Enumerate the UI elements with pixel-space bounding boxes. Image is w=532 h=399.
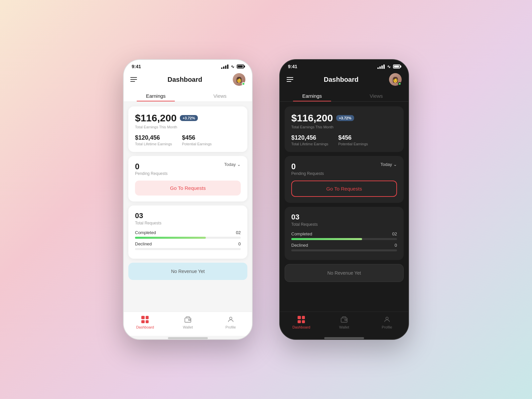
lifetime-earnings: $120,456 Total Lifetime Earnings (135, 134, 172, 146)
tab-earnings-light[interactable]: Earnings (124, 90, 188, 101)
time-light: 9:41 (132, 64, 141, 69)
tabs-dark: Earnings Views (280, 90, 408, 102)
earnings-details-light: $120,456 Total Lifetime Earnings $456 Po… (135, 134, 241, 146)
online-dot-dark (398, 82, 401, 85)
completed-row-light: Completed 02 (135, 230, 241, 239)
pending-card-dark: 0 Pending Requests Today ⌄ Go To Request… (285, 156, 404, 203)
potential-earnings: $456 Potential Earnings (182, 134, 211, 146)
status-bar-light: 9:41 ∿ (124, 60, 252, 70)
content-light: $116,200 +3.72% Total Earnings This Mont… (124, 102, 252, 312)
tabs-light: Earnings Views (124, 90, 252, 102)
light-phone: 9:41 ∿ Dashboard 👩 (123, 59, 253, 340)
home-indicator-dark (324, 337, 364, 339)
signal-icon-dark (377, 65, 385, 69)
status-icons-light: ∿ (221, 64, 244, 69)
pending-label-dark: Pending Requests (291, 171, 324, 176)
nav-dashboard-light[interactable]: Dashboard (124, 315, 167, 329)
pending-count-light: 0 (135, 162, 168, 171)
declined-row-light: Declined 0 (135, 241, 241, 250)
avatar-dark[interactable]: 👩 (389, 73, 402, 86)
potential-earnings-dark: $456 Potential Earnings (338, 134, 368, 146)
earnings-card-light: $116,200 +3.72% Total Earnings This Mont… (128, 106, 247, 152)
profile-icon (226, 315, 235, 324)
earnings-subtitle-dark: Total Earnings This Month (291, 125, 397, 129)
wifi-icon: ∿ (231, 64, 234, 69)
pending-label-light: Pending Requests (135, 171, 168, 176)
home-indicator-light (168, 337, 208, 339)
earnings-amount-dark: $116,200 (291, 112, 333, 124)
total-count-dark: 03 (291, 213, 397, 221)
battery-icon-dark (393, 65, 400, 68)
completed-progress-light (135, 237, 206, 239)
nav-profile-light[interactable]: Profile (209, 315, 252, 329)
wifi-icon-dark: ∿ (387, 64, 391, 69)
go-to-requests-button-dark[interactable]: Go To Requests (291, 181, 397, 197)
wallet-icon (184, 315, 192, 324)
today-dropdown-dark[interactable]: Today ⌄ (380, 162, 397, 167)
no-revenue-card-dark: No Revenue Yet (285, 264, 404, 282)
dashboard-icon (141, 315, 149, 324)
pending-card-light: 0 Pending Requests Today ⌄ Go To Request… (128, 156, 247, 201)
tab-views-dark[interactable]: Views (344, 90, 408, 101)
pending-count-dark: 0 (291, 162, 324, 171)
page-title-light: Dashboard (168, 76, 202, 83)
completed-row-dark: Completed 02 (291, 231, 397, 240)
svg-point-1 (229, 317, 232, 320)
nav-wallet-light[interactable]: Wallet (167, 315, 209, 329)
total-label-dark: Total Requests (291, 222, 397, 227)
dark-phone: 9:41 ∿ Dashboard 👩 (279, 59, 409, 340)
tab-views-light[interactable]: Views (188, 90, 252, 101)
profile-icon-dark (383, 315, 391, 324)
nav-wallet-dark[interactable]: Wallet (323, 315, 366, 329)
battery-icon (237, 65, 244, 68)
nav-profile-dark[interactable]: Profile (365, 315, 408, 329)
time-dark: 9:41 (288, 64, 297, 69)
today-dropdown-light[interactable]: Today ⌄ (224, 162, 241, 167)
status-bar-dark: 9:41 ∿ (280, 60, 408, 70)
wallet-icon-dark (340, 315, 348, 324)
nav-dashboard-dark[interactable]: Dashboard (280, 315, 323, 329)
completed-progress-dark (291, 238, 362, 240)
total-label-light: Total Requests (135, 221, 241, 225)
earnings-amount-light: $116,200 (135, 112, 177, 124)
no-revenue-card-light: No Revenue Yet (128, 263, 247, 280)
online-dot (242, 82, 245, 85)
signal-icon (221, 65, 228, 69)
avatar-light[interactable]: 👩 (233, 73, 245, 86)
go-to-requests-button-light[interactable]: Go To Requests (135, 181, 241, 196)
bottom-nav-light: Dashboard Wallet (124, 312, 252, 336)
svg-point-3 (386, 317, 388, 320)
requests-card-dark: 03 Total Requests Completed 02 Declined … (285, 207, 404, 260)
app-header-light: Dashboard 👩 (124, 70, 252, 90)
tab-earnings-dark[interactable]: Earnings (280, 90, 344, 101)
content-dark: $116,200 +3.72% Total Earnings This Mont… (280, 102, 408, 312)
earnings-badge-light: +3.72% (180, 115, 198, 121)
earnings-card-dark: $116,200 +3.72% Total Earnings This Mont… (285, 106, 404, 152)
earnings-details-dark: $120,456 Total Lifetime Earnings $456 Po… (291, 134, 397, 146)
earnings-subtitle-light: Total Earnings This Month (135, 125, 241, 129)
requests-card-light: 03 Total Requests Completed 02 Declined … (128, 205, 247, 259)
status-icons-dark: ∿ (377, 64, 400, 69)
declined-row-dark: Declined 0 (291, 243, 397, 251)
page-title-dark: Dashboard (324, 76, 358, 83)
menu-icon[interactable] (130, 77, 137, 82)
bottom-nav-dark: Dashboard Wallet (280, 312, 408, 336)
earnings-badge-dark: +3.72% (336, 115, 354, 121)
app-header-dark: Dashboard 👩 (280, 70, 408, 90)
lifetime-earnings-dark: $120,456 Total Lifetime Earnings (291, 134, 328, 146)
dashboard-icon-dark (297, 315, 306, 324)
menu-icon-dark[interactable] (287, 77, 293, 82)
total-count-light: 03 (135, 211, 241, 220)
